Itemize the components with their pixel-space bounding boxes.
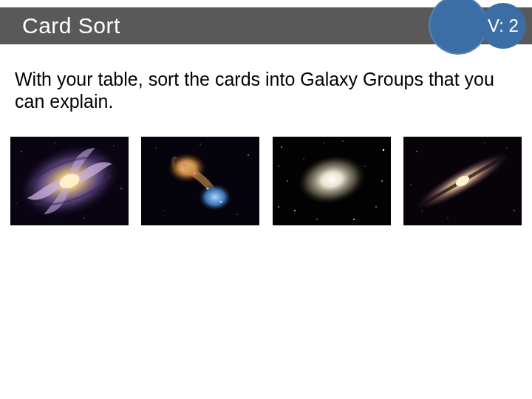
svg-point-23 — [382, 149, 383, 151]
svg-point-17 — [183, 163, 185, 166]
galaxy-thumb-edge-on — [403, 137, 522, 225]
galaxy-gallery — [10, 137, 522, 225]
svg-point-41 — [514, 210, 514, 211]
svg-point-42 — [447, 218, 448, 219]
interacting-galaxies-icon — [141, 137, 259, 225]
svg-point-3 — [55, 143, 55, 143]
svg-point-30 — [353, 219, 355, 220]
svg-point-6 — [120, 188, 121, 188]
svg-point-19 — [207, 187, 209, 189]
svg-point-34 — [303, 159, 304, 160]
svg-point-27 — [287, 180, 287, 181]
svg-point-18 — [194, 172, 197, 175]
svg-point-24 — [294, 210, 296, 211]
galaxy-thumb-interacting — [141, 137, 259, 225]
svg-point-29 — [316, 219, 317, 219]
svg-point-1 — [21, 151, 21, 151]
svg-point-26 — [324, 142, 324, 143]
accent-circle — [429, 0, 488, 55]
svg-point-22 — [281, 146, 282, 148]
edge-on-galaxy-icon — [403, 137, 522, 225]
instruction-text: With your table, sort the cards into Gal… — [15, 68, 502, 112]
svg-point-10 — [156, 147, 157, 148]
svg-point-16 — [199, 184, 231, 211]
svg-point-13 — [237, 214, 238, 214]
svg-point-4 — [83, 217, 84, 218]
svg-point-28 — [381, 180, 383, 182]
galaxy-thumb-elliptical — [273, 137, 391, 225]
svg-point-33 — [278, 206, 279, 208]
spiral-galaxy-icon — [10, 137, 129, 225]
svg-point-38 — [416, 151, 417, 151]
svg-point-43 — [484, 143, 485, 143]
version-badge: V: 2 — [480, 3, 526, 49]
svg-point-5 — [16, 203, 17, 204]
galaxy-thumb-spiral — [10, 137, 129, 225]
elliptical-galaxy-icon — [273, 137, 391, 225]
page-title: Card Sort — [0, 13, 120, 38]
svg-point-25 — [375, 206, 376, 207]
svg-point-39 — [506, 147, 507, 148]
version-badge-label: V: 2 — [488, 16, 519, 36]
svg-point-40 — [421, 210, 422, 211]
svg-point-11 — [248, 154, 249, 155]
svg-point-2 — [113, 145, 114, 146]
svg-point-20 — [220, 200, 222, 202]
svg-point-32 — [278, 166, 279, 166]
svg-point-12 — [163, 211, 164, 211]
svg-point-31 — [342, 140, 343, 141]
svg-point-44 — [410, 184, 411, 185]
svg-point-35 — [364, 166, 365, 167]
svg-point-14 — [200, 144, 201, 145]
